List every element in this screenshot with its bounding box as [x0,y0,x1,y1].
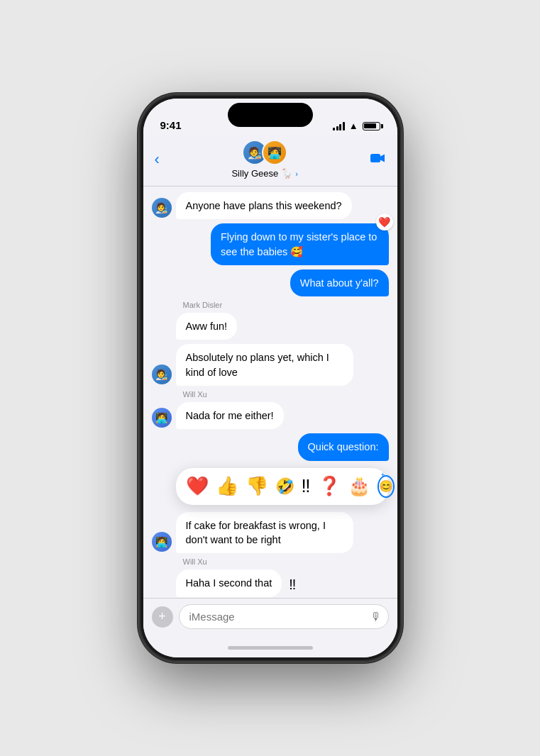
sender-name: Will Xu [176,557,282,566]
message-text: Haha I second that [186,577,272,589]
tapback-thumbsup[interactable]: 👍 [216,475,238,497]
message-row: Will Xu Haha I second that ‼️ [152,557,389,596]
message-text: Nada for me either! [186,410,274,421]
sender-avatar: 🧑‍🎨 [152,365,172,384]
sender-name: Mark Disler [176,301,238,309]
tapback-heart[interactable]: ❤️ [186,475,209,497]
message-row: 🧑‍💻 Will Xu Nada for me either! [152,390,389,429]
sender-avatar: 🧑‍💻 [152,532,172,552]
sender-avatar: 🧑‍🎨 [152,198,172,218]
avatar-2: 🧑‍💻 [262,140,287,165]
heart-reaction: ❤️ [376,213,393,230]
message-row: 🧑‍💻 If cake for breakfast is wrong, I do… [152,512,389,554]
message-text: Anyone have plans this weekend? [186,200,342,211]
header-avatars: 🧑‍🎨 🧑‍💻 [242,140,287,165]
exclamation-reaction: ‼️ [289,577,296,593]
bubble-group: Anyone have plans this weekend? [176,192,352,219]
message-row: 🧑‍🎨 Absolutely no plans yet, which I kin… [152,344,389,386]
bubble-group: Will Xu Nada for me either! [176,390,284,429]
home-bar [228,646,313,650]
messages-area: 🧑‍🎨 Anyone have plans this weekend? Flyi… [143,187,397,598]
message-bubble[interactable]: Haha I second that [176,569,282,596]
home-indicator [143,638,397,657]
sender-name: Will Xu [176,390,284,399]
bubble-group: Will Xu Haha I second that [176,557,282,596]
status-icons: ▲ [333,121,380,131]
dynamic-island [228,103,313,127]
tapback-cake[interactable]: 🎂 [348,475,370,497]
input-bar: + 🎙 [143,598,397,638]
header-chevron-icon: › [295,169,298,178]
message-text: What about y'all? [300,277,379,289]
bubble-group-outgoing: What about y'all? [290,269,389,296]
message-bubble[interactable]: What about y'all? [290,269,389,296]
message-bubble[interactable]: Flying down to my sister's place to see … [211,223,389,265]
group-emoji: 🪿 [281,168,292,179]
svg-rect-0 [370,154,380,162]
wifi-icon: ▲ [349,121,358,131]
message-bubble[interactable]: If cake for breakfast is wrong, I don't … [176,512,354,554]
message-bubble[interactable]: Absolutely no plans yet, which I kind of… [176,344,354,386]
message-row-outgoing: Flying down to my sister's place to see … [152,223,389,265]
tapback-custom-button[interactable]: 😊+ [378,475,395,498]
message-text: Quick question: [308,441,379,452]
bubble-group: Absolutely no plans yet, which I kind of… [176,344,354,386]
message-row: 🧑‍🎨 Anyone have plans this weekend? [152,192,389,219]
message-bubble[interactable]: Aww fun! [176,313,238,340]
bubble-group-outgoing: Flying down to my sister's place to see … [211,223,389,265]
microphone-button[interactable]: 🎙 [370,611,382,623]
message-text: If cake for breakfast is wrong, I don't … [186,520,326,545]
video-call-button[interactable] [370,151,386,167]
message-row: Mark Disler Aww fun! [152,301,389,340]
tapback-bar[interactable]: ❤️ 👍 👎 🤣 ‼️ ❓ 🎂 😊+ [176,468,389,505]
back-button[interactable]: ‹ [155,150,160,169]
group-name-row: Silly Geese 🪿 › [231,168,297,179]
bubble-group: If cake for breakfast is wrong, I don't … [176,512,354,554]
message-text: Absolutely no plans yet, which I kind of… [186,352,329,377]
header-center[interactable]: 🧑‍🎨 🧑‍💻 Silly Geese 🪿 › [160,140,370,179]
message-input-wrapper: 🎙 [179,604,389,629]
bubble-group: Mark Disler Aww fun! [176,301,238,340]
chat-header: ‹ 🧑‍🎨 🧑‍💻 Silly Geese 🪿 › [143,135,397,187]
tapback-thumbsdown[interactable]: 👎 [246,475,268,497]
group-name: Silly Geese [231,168,278,179]
battery-icon [363,122,380,130]
bubble-group-outgoing: Quick question: [298,433,389,460]
add-attachment-button[interactable]: + [152,606,173,628]
message-input[interactable] [179,604,389,629]
tapback-question[interactable]: ❓ [318,475,341,497]
message-text: Aww fun! [186,321,228,332]
tapback-haha[interactable]: 🤣 [275,477,294,496]
phone-frame: 9:41 ▲ ‹ 🧑‍🎨 🧑‍💻 [139,94,402,662]
plus-icon: + [158,609,166,624]
message-row-outgoing: What about y'all? [152,269,389,296]
sender-avatar: 🧑‍💻 [152,408,172,428]
signal-icon [333,122,345,130]
message-bubble[interactable]: Anyone have plans this weekend? [176,192,352,219]
message-bubble[interactable]: Quick question: [298,433,389,460]
phone-screen: 9:41 ▲ ‹ 🧑‍🎨 🧑‍💻 [143,99,397,657]
message-text: Flying down to my sister's place to see … [221,231,377,257]
message-row-outgoing: Quick question: [152,433,389,460]
message-bubble[interactable]: Nada for me either! [176,402,284,429]
tapback-exclamation[interactable]: ‼️ [302,475,311,497]
